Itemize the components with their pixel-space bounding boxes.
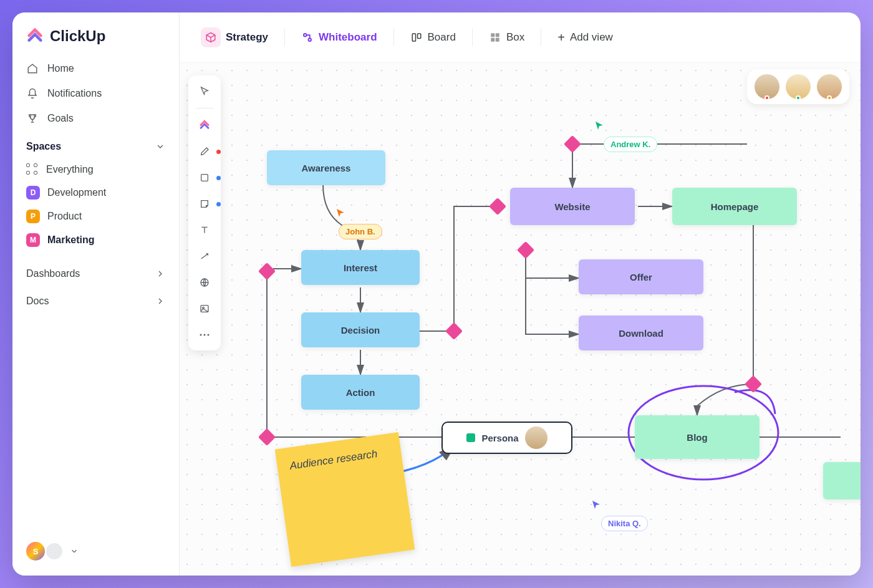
presence-user-3[interactable] xyxy=(817,74,842,99)
node-action[interactable]: Action xyxy=(301,375,420,410)
sidebar-item-home[interactable]: Home xyxy=(12,56,179,81)
cursor-label-nikita: Nikita Q. xyxy=(601,516,648,531)
presence-user-2[interactable] xyxy=(786,74,811,99)
tool-shape[interactable] xyxy=(193,168,216,187)
home-icon xyxy=(26,62,39,75)
svg-rect-5 xyxy=(496,33,499,37)
space-badge: D xyxy=(26,186,40,200)
divider xyxy=(472,29,473,46)
status-square-icon xyxy=(466,433,475,442)
node-awareness[interactable]: Awareness xyxy=(267,150,385,185)
workspace-switcher[interactable]: S xyxy=(12,542,179,561)
node-persona[interactable]: Persona xyxy=(441,422,572,454)
connector-diamond[interactable] xyxy=(489,198,506,215)
node-download[interactable]: Download xyxy=(579,316,703,350)
nav-label: Goals xyxy=(47,113,74,124)
tool-image[interactable] xyxy=(193,299,216,318)
tool-connector[interactable] xyxy=(193,247,216,266)
clickup-logo-icon xyxy=(26,27,44,45)
svg-point-14 xyxy=(208,334,210,336)
trophy-icon xyxy=(26,112,39,125)
logo[interactable]: ClickUp xyxy=(12,27,179,56)
node-interest[interactable]: Interest xyxy=(301,250,420,285)
tool-sticky-note[interactable] xyxy=(193,195,216,213)
chevron-down-icon xyxy=(70,547,79,556)
node-decision[interactable]: Decision xyxy=(301,312,420,347)
whiteboard-icon xyxy=(301,31,314,44)
svg-rect-4 xyxy=(491,33,494,37)
add-view-button[interactable]: + Add view xyxy=(549,24,622,51)
node-offer[interactable]: Offer xyxy=(579,259,703,294)
dashboards-header[interactable]: Dashboards xyxy=(12,258,179,286)
nav-label: Notifications xyxy=(47,88,102,99)
divider xyxy=(284,29,285,46)
tab-whiteboard[interactable]: Whiteboard xyxy=(292,25,386,50)
svg-rect-8 xyxy=(201,175,208,181)
chevron-down-icon xyxy=(155,142,165,152)
cursor-pointer-icon xyxy=(335,208,345,218)
sticky-note[interactable]: Audience research xyxy=(275,432,415,567)
cube-icon xyxy=(201,27,221,47)
plus-icon: + xyxy=(557,31,565,45)
cursor-pointer-icon xyxy=(591,499,601,509)
tool-web[interactable] xyxy=(193,273,216,292)
sidebar-item-product[interactable]: P Product xyxy=(12,205,179,228)
connector-diamond[interactable] xyxy=(564,135,581,153)
board-icon xyxy=(410,31,423,44)
workspace-avatar: S xyxy=(26,542,45,561)
svg-point-13 xyxy=(204,334,206,336)
divider xyxy=(541,29,541,46)
cursor-pointer-icon xyxy=(594,120,604,130)
svg-point-12 xyxy=(200,334,202,336)
breadcrumb-space[interactable]: Strategy xyxy=(192,21,277,54)
assignee-avatar xyxy=(525,427,547,449)
tab-box[interactable]: Box xyxy=(480,25,533,50)
connector-diamond[interactable] xyxy=(258,263,276,280)
tabs-bar: Strategy Whiteboard Board xyxy=(180,12,861,63)
node-website[interactable]: Website xyxy=(510,188,635,225)
connector-diamond[interactable] xyxy=(258,428,276,446)
grid-dots-icon xyxy=(26,163,39,176)
connector-diamond[interactable] xyxy=(517,241,534,259)
sidebar-item-marketing[interactable]: M Marketing xyxy=(12,228,179,252)
presence-user-1[interactable] xyxy=(755,74,779,99)
presence-bar[interactable] xyxy=(747,69,849,104)
user-avatar xyxy=(45,542,64,561)
node-blog[interactable]: Blog xyxy=(635,415,760,459)
whiteboard-canvas[interactable]: Awareness Interest Decision Action Websi… xyxy=(180,63,861,576)
tool-pointer[interactable] xyxy=(193,82,216,100)
brand-name: ClickUp xyxy=(50,27,105,45)
app-window: ClickUp Home Notifications Goals Spaces xyxy=(12,12,861,576)
box-grid-icon xyxy=(489,31,501,44)
tool-clickup[interactable] xyxy=(193,116,216,135)
svg-rect-2 xyxy=(412,34,415,41)
chevron-right-icon xyxy=(155,296,165,306)
sidebar-item-development[interactable]: D Development xyxy=(12,181,179,205)
tool-more[interactable] xyxy=(193,325,216,344)
sidebar-item-notifications[interactable]: Notifications xyxy=(12,81,179,106)
space-badge: P xyxy=(26,210,40,223)
tool-text[interactable] xyxy=(193,221,216,239)
tab-board[interactable]: Board xyxy=(402,25,465,50)
sidebar-item-goals[interactable]: Goals xyxy=(12,106,179,131)
cursor-label-andrew: Andrew K. xyxy=(604,137,657,152)
sidebar: ClickUp Home Notifications Goals Spaces xyxy=(12,12,180,576)
connector-diamond[interactable] xyxy=(445,322,463,340)
divider xyxy=(196,108,213,108)
docs-header[interactable]: Docs xyxy=(12,286,179,313)
svg-point-0 xyxy=(304,34,307,37)
node-homepage[interactable]: Homepage xyxy=(672,188,797,225)
svg-rect-6 xyxy=(491,38,494,42)
tool-pen[interactable] xyxy=(193,142,216,161)
main: Strategy Whiteboard Board xyxy=(180,12,861,576)
svg-point-1 xyxy=(309,39,312,42)
sidebar-item-everything[interactable]: Everything xyxy=(12,158,179,181)
bell-icon xyxy=(26,87,39,100)
color-indicator xyxy=(216,150,221,154)
cursor-label-john: John B. xyxy=(339,224,382,239)
space-badge: M xyxy=(26,233,40,247)
whiteboard-toolbar xyxy=(188,75,221,350)
nav-label: Home xyxy=(47,63,74,74)
node-green-edge[interactable] xyxy=(823,462,861,499)
spaces-header[interactable]: Spaces xyxy=(12,131,179,158)
